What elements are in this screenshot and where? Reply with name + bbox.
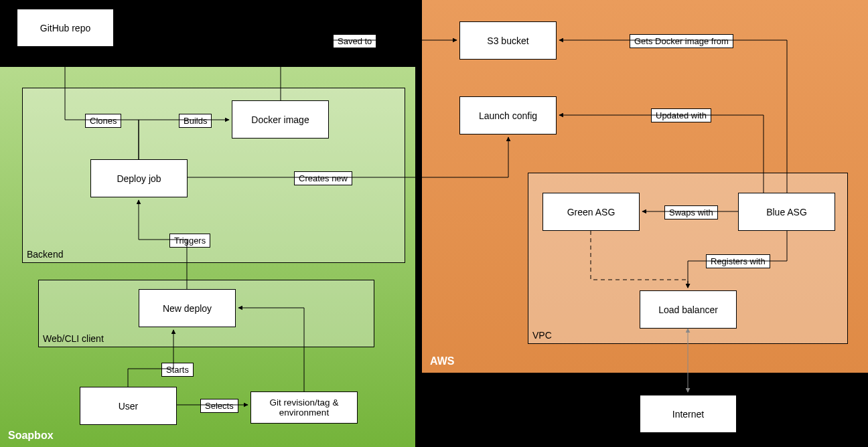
edge-label-updated-with: Updated with	[651, 108, 711, 122]
edge-label-swaps-with: Swaps with	[664, 205, 718, 219]
node-github: GitHub repo	[17, 9, 114, 47]
edge-label-triggers: Triggers	[169, 234, 210, 248]
edge-label-builds: Builds	[179, 114, 212, 128]
edge-label-starts: Starts	[161, 363, 194, 377]
group-backend-label: Backend	[27, 249, 63, 260]
node-new-deploy: New deploy	[139, 289, 236, 327]
node-internet: Internet	[640, 395, 737, 433]
node-deploy-job: Deploy job	[90, 159, 188, 197]
node-user: User	[80, 387, 177, 425]
group-vpc-label: VPC	[532, 330, 552, 341]
node-green-asg: Green ASG	[542, 193, 640, 231]
region-aws-title: AWS	[430, 355, 454, 367]
edge-label-registers-with: Registers with	[706, 254, 770, 268]
node-blue-asg: Blue ASG	[738, 193, 835, 231]
edge-label-creates: Creates new	[294, 171, 352, 185]
node-docker: Docker image	[232, 100, 329, 139]
diagram-canvas: Soapbox AWS Backend Web/CLI client VPC G…	[0, 0, 868, 447]
region-soapbox-title: Soapbox	[8, 430, 54, 442]
edge-label-selects: Selects	[200, 399, 238, 413]
edge-label-gets-img: Gets Docker image from	[630, 34, 733, 48]
node-load-balancer: Load balancer	[640, 290, 737, 329]
edge-label-saved-to: Saved to	[333, 34, 376, 48]
node-gitrev: Git revision/tag & environment	[250, 391, 358, 424]
node-launch-config: Launch config	[459, 96, 557, 135]
node-s3: S3 bucket	[459, 21, 557, 60]
group-client-label: Web/CLI client	[43, 333, 104, 344]
edge-label-clones: Clones	[85, 114, 121, 128]
